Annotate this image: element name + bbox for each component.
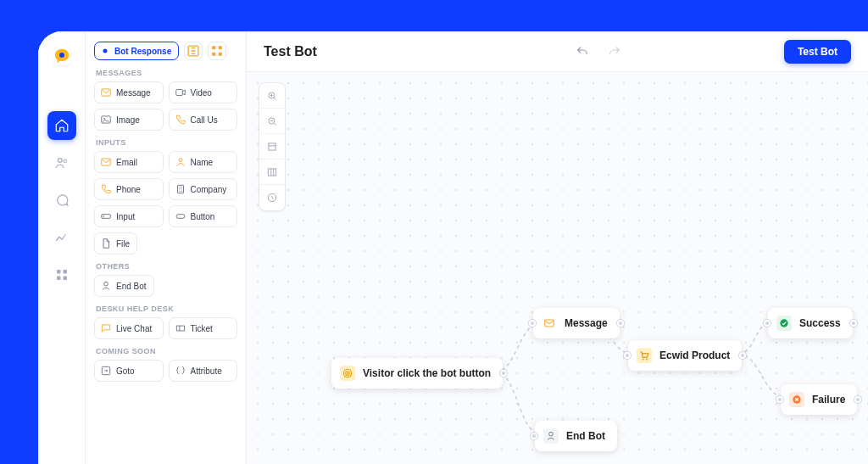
- port-in[interactable]: [776, 396, 783, 403]
- bot-icon: [100, 280, 112, 292]
- node-start[interactable]: Visitor click the bot button: [331, 358, 503, 389]
- mail-icon: [100, 156, 112, 168]
- port-out[interactable]: [739, 352, 746, 359]
- tile-company[interactable]: Company: [169, 178, 238, 200]
- svg-rect-6: [63, 277, 67, 281]
- zoom-out-button[interactable]: [259, 109, 285, 134]
- main-area: Test Bot Test Bot: [247, 31, 868, 464]
- svg-point-1: [58, 159, 62, 163]
- rail-analytics-icon[interactable]: [47, 223, 76, 252]
- port-in[interactable]: [531, 433, 537, 439]
- rail-chat-icon[interactable]: [47, 186, 76, 215]
- svg-point-0: [59, 53, 64, 58]
- port-in[interactable]: [529, 320, 536, 327]
- flow-canvas[interactable]: Visitor click the bot button Message End…: [247, 72, 868, 464]
- svg-rect-27: [268, 168, 275, 175]
- palette-panel: Bot Response MESSAGES Message Video Imag…: [86, 31, 247, 464]
- history-button[interactable]: [259, 185, 285, 210]
- rail-apps-icon[interactable]: [47, 260, 76, 289]
- tile-name[interactable]: Name: [169, 151, 238, 173]
- svg-rect-12: [219, 53, 222, 56]
- video-icon: [175, 87, 186, 98]
- section-heading-inputs: INPUTS: [96, 138, 241, 147]
- svg-point-36: [780, 319, 787, 327]
- brand-logo: [49, 43, 75, 69]
- node-failure[interactable]: Failure: [781, 384, 857, 415]
- node-endbot[interactable]: End Bot: [535, 421, 617, 451]
- section-heading-others: OTHERS: [96, 262, 241, 271]
- node-ecwid[interactable]: Ecwid Product: [628, 340, 742, 371]
- undo-button[interactable]: [572, 42, 593, 62]
- page-title: Test Bot: [264, 44, 317, 59]
- tile-label: Message: [116, 88, 151, 98]
- palette-tab-grid-icon[interactable]: [208, 42, 226, 60]
- redo-button[interactable]: [604, 42, 625, 62]
- svg-point-31: [347, 372, 348, 374]
- cart-icon: [637, 348, 652, 363]
- palette-tab-responses-icon[interactable]: [184, 42, 203, 60]
- node-label: Message: [565, 317, 608, 329]
- map-button[interactable]: [259, 159, 285, 185]
- tile-file[interactable]: File: [94, 232, 137, 254]
- tile-video[interactable]: Video: [169, 81, 238, 103]
- tile-phone[interactable]: Phone: [94, 178, 164, 200]
- ticket-icon: [175, 322, 186, 334]
- port-out[interactable]: [854, 396, 861, 403]
- port-out[interactable]: [617, 320, 624, 327]
- button-icon: [175, 210, 186, 222]
- palette-tab-bot-response[interactable]: Bot Response: [94, 42, 179, 60]
- svg-point-22: [104, 282, 108, 286]
- file-icon: [100, 238, 112, 249]
- tile-label: Goto: [116, 366, 135, 376]
- tile-email[interactable]: Email: [94, 151, 164, 173]
- chat-icon: [100, 322, 112, 334]
- tile-label: Video: [191, 88, 212, 98]
- tile-attribute[interactable]: Attribute: [169, 360, 238, 382]
- section-heading-messages: MESSAGES: [96, 69, 241, 77]
- mail-icon: [542, 316, 557, 331]
- zoom-in-button[interactable]: [259, 83, 285, 109]
- tile-label: Attribute: [191, 366, 222, 376]
- test-bot-button[interactable]: Test Bot: [784, 40, 851, 64]
- tile-livechat[interactable]: Live Chat: [94, 317, 164, 339]
- tile-goto[interactable]: Goto: [94, 360, 164, 382]
- svg-point-34: [643, 359, 644, 361]
- port-out[interactable]: [500, 370, 507, 377]
- tile-image[interactable]: Image: [94, 109, 164, 131]
- building-icon: [175, 183, 186, 195]
- svg-rect-9: [212, 46, 215, 49]
- phone-icon: [175, 114, 186, 126]
- svg-rect-19: [177, 185, 183, 193]
- braces-icon: [175, 365, 186, 377]
- port-in[interactable]: [624, 352, 631, 359]
- node-message[interactable]: Message: [533, 308, 620, 338]
- node-label: Success: [799, 317, 841, 329]
- tile-callus[interactable]: Call Us: [169, 109, 238, 131]
- port-in[interactable]: [764, 320, 771, 327]
- tile-input[interactable]: Input: [94, 205, 164, 227]
- svg-point-33: [549, 432, 554, 436]
- tile-button[interactable]: Button: [169, 205, 238, 227]
- node-success[interactable]: Success: [768, 308, 853, 338]
- rail-home-icon[interactable]: [47, 111, 76, 140]
- svg-rect-10: [219, 46, 222, 49]
- tile-message[interactable]: Message: [94, 81, 164, 103]
- node-label: Failure: [812, 394, 845, 405]
- svg-point-2: [63, 159, 66, 163]
- svg-rect-14: [175, 90, 182, 96]
- top-bar: Test Bot Test Bot: [247, 31, 868, 72]
- port-out[interactable]: [850, 320, 857, 327]
- image-icon: [100, 114, 112, 126]
- svg-rect-11: [212, 53, 215, 56]
- tile-label: Input: [116, 212, 135, 221]
- canvas-tools: [259, 82, 286, 211]
- rail-contacts-icon[interactable]: [47, 148, 76, 177]
- fit-button[interactable]: [259, 134, 285, 159]
- tile-endbot[interactable]: End Bot: [94, 275, 154, 297]
- svg-rect-21: [176, 215, 184, 219]
- check-icon: [776, 316, 792, 331]
- tile-ticket[interactable]: Ticket: [169, 317, 238, 339]
- tile-label: Phone: [116, 185, 141, 194]
- svg-point-35: [646, 359, 648, 361]
- goto-icon: [100, 365, 112, 377]
